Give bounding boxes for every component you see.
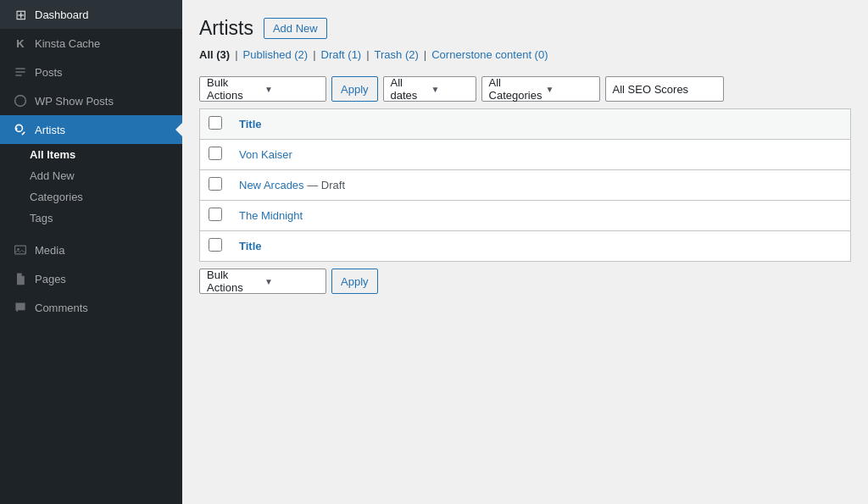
table-row: The Midnight [200,201,851,231]
bulk-actions-dropdown-bottom[interactable]: Bulk Actions ▼ [199,269,326,294]
title-column-header: Title [231,109,851,140]
table-row: Von Kaiser [200,140,851,170]
media-icon [13,242,28,258]
comments-icon [13,300,28,315]
sidebar-item-dashboard[interactable]: ⊞ Dashboard [0,0,182,29]
post-title-link[interactable]: The Midnight [239,209,303,222]
footer-title-label: Title [239,240,262,252]
all-dates-label: All dates [391,76,428,102]
bulk-actions-dropdown-top[interactable]: Bulk Actions ▼ [199,76,326,102]
add-new-button[interactable]: Add New [264,18,327,39]
post-title-link[interactable]: New Arcades [239,179,304,191]
filter-bar: All (3) | Published (2) | Draft (1) | Tr… [199,48,851,61]
sidebar: ⊞ Dashboard K Kinsta Cache Posts WP Show… [0,0,182,504]
post-title-cell: Von Kaiser [231,140,851,170]
posts-icon [13,64,28,80]
sidebar-item-wp-show-posts[interactable]: WP Show Posts [0,86,182,115]
bottom-toolbar: Bulk Actions ▼ Apply [199,262,851,301]
pages-icon [13,271,28,286]
all-dates-dropdown[interactable]: All dates ▼ [383,76,476,102]
post-title-link[interactable]: Von Kaiser [239,148,292,161]
artists-submenu: All Items Add New Categories Tags [0,144,182,229]
sidebar-item-label: Media [35,244,64,257]
footer-title-cell: Title [231,231,851,262]
sidebar-item-pages[interactable]: Pages [0,264,182,293]
row-checkbox-cell [200,140,231,170]
row-checkbox[interactable] [209,208,222,221]
footer-select-all-checkbox[interactable] [209,238,222,252]
sidebar-item-label: Artists [35,124,65,136]
main-content: Artists Add New All (3) | Published (2) … [182,0,868,504]
all-seo-dropdown[interactable]: All SEO Scores [605,76,724,102]
filter-published[interactable]: Published (2) [243,48,309,61]
artists-icon [13,122,28,137]
table-row: New Arcades — Draft [200,170,851,201]
all-dates-chevron: ▼ [431,85,469,94]
row-checkbox-cell [200,170,231,201]
top-toolbar: Bulk Actions ▼ Apply All dates ▼ All Cat… [199,69,851,108]
bulk-actions-chevron-bottom: ▼ [264,277,319,286]
dashboard-icon: ⊞ [13,7,28,22]
svg-point-0 [15,96,26,107]
page-header: Artists Add New [199,17,851,40]
kinsta-icon: K [13,36,28,51]
bulk-actions-label-top: Bulk Actions [207,76,261,102]
submenu-all-items[interactable]: All Items [0,144,182,165]
table-footer-row: Title [200,231,851,262]
all-categories-dropdown[interactable]: All Categories ▼ [481,76,600,102]
sidebar-item-label: WP Show Posts [35,95,114,108]
filter-draft[interactable]: Draft (1) [321,48,362,61]
sidebar-item-artists[interactable]: Artists [0,115,182,144]
sidebar-item-posts[interactable]: Posts [0,58,182,86]
draft-label: — Draft [307,179,345,191]
sidebar-item-comments[interactable]: Comments [0,293,182,322]
bulk-actions-label-bottom: Bulk Actions [207,269,261,294]
sidebar-item-label: Kinsta Cache [35,37,100,50]
bulk-actions-chevron-top: ▼ [264,85,319,94]
sidebar-item-kinsta-cache[interactable]: K Kinsta Cache [0,29,182,58]
posts-table: Title Von Kaiser New Arcades [199,108,851,262]
row-checkbox[interactable] [209,147,222,160]
post-title-cell: New Arcades — Draft [231,170,851,201]
filter-cornerstone[interactable]: Cornerstone content (0) [431,48,548,61]
submenu-add-new[interactable]: Add New [0,165,182,186]
sidebar-item-label: Comments [35,302,88,314]
wp-show-posts-icon [13,93,28,108]
apply-button-bottom[interactable]: Apply [331,269,378,294]
title-sort-link[interactable]: Title [239,118,262,130]
sidebar-item-label: Pages [35,273,66,285]
select-all-checkbox[interactable] [209,116,222,130]
row-checkbox-cell [200,201,231,231]
svg-rect-1 [15,246,26,254]
header-checkbox-cell [200,109,231,140]
sidebar-item-label: Dashboard [35,8,89,21]
filter-all[interactable]: All (3) [199,48,230,61]
svg-point-2 [17,248,19,250]
submenu-categories[interactable]: Categories [0,186,182,208]
filter-trash[interactable]: Trash (2) [375,48,419,61]
apply-button-top[interactable]: Apply [331,76,378,102]
sidebar-item-media[interactable]: Media [0,235,182,264]
row-checkbox[interactable] [209,177,222,191]
all-seo-label: All SEO Scores [613,83,716,96]
post-title-cell: The Midnight [231,201,851,231]
submenu-tags[interactable]: Tags [0,208,182,229]
sidebar-item-label: Posts [35,66,63,79]
page-title: Artists [199,17,253,40]
footer-checkbox-cell [200,231,231,262]
all-categories-chevron: ▼ [545,85,592,94]
all-categories-label: All Categories [489,76,542,102]
